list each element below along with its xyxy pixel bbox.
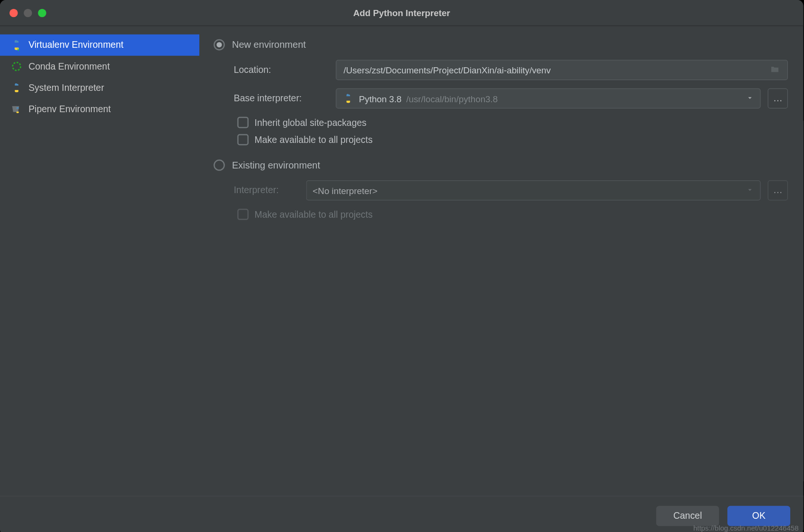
minimize-window-icon bbox=[24, 9, 32, 17]
checkbox-label: Inherit global site-packages bbox=[255, 117, 366, 128]
sidebar-item-label: System Interpreter bbox=[28, 82, 104, 93]
interpreter-dropdown: <No interpreter> bbox=[306, 180, 761, 201]
folder-open-icon[interactable] bbox=[769, 64, 780, 76]
checkbox-icon bbox=[237, 209, 249, 220]
sidebar-item-pipenv[interactable]: Pipenv Environment bbox=[0, 98, 199, 120]
checkbox-label: Make available to all projects bbox=[255, 209, 373, 220]
conda-icon bbox=[11, 61, 23, 72]
add-python-interpreter-dialog: Add Python Interpreter v Virtualenv Envi… bbox=[0, 0, 804, 532]
radio-icon[interactable] bbox=[214, 39, 225, 51]
svg-point-1 bbox=[13, 62, 21, 71]
python-virtualenv-icon: v bbox=[11, 39, 23, 51]
titlebar: Add Python Interpreter bbox=[0, 0, 804, 26]
ok-button[interactable]: OK bbox=[727, 505, 790, 526]
more-button: … bbox=[768, 180, 788, 201]
sidebar-item-virtualenv[interactable]: v Virtualenv Environment bbox=[0, 35, 199, 56]
sidebar-item-system[interactable]: System Interpreter bbox=[0, 77, 199, 98]
maximize-window-icon[interactable] bbox=[38, 9, 46, 17]
make-available-checkbox-row[interactable]: Make available to all projects bbox=[234, 134, 788, 145]
radio-label: New environment bbox=[232, 39, 306, 50]
base-interpreter-label: Base interpreter: bbox=[234, 93, 329, 104]
radio-existing-environment[interactable]: Existing environment bbox=[214, 160, 788, 171]
location-label: Location: bbox=[234, 65, 329, 76]
location-row: Location: /Users/zst/Documents/Project/D… bbox=[234, 60, 788, 80]
checkbox-icon[interactable] bbox=[237, 117, 249, 128]
cancel-button[interactable]: Cancel bbox=[656, 505, 719, 526]
sidebar-item-label: Virtualenv Environment bbox=[28, 40, 123, 51]
existing-make-available-checkbox-row: Make available to all projects bbox=[234, 209, 788, 220]
python-icon bbox=[342, 92, 354, 104]
location-input[interactable]: /Users/zst/Documents/Project/DianXin/ai-… bbox=[336, 60, 788, 80]
sidebar-item-label: Conda Environment bbox=[28, 61, 110, 72]
interpreter-row: Interpreter: <No interpreter> … bbox=[234, 180, 788, 201]
pipenv-icon bbox=[11, 103, 23, 115]
interpreter-label: Interpreter: bbox=[234, 185, 299, 196]
base-interpreter-path: /usr/local/bin/python3.8 bbox=[406, 93, 498, 103]
python-icon bbox=[11, 82, 23, 94]
sidebar-item-conda[interactable]: Conda Environment bbox=[0, 56, 199, 77]
location-value: /Users/zst/Documents/Project/DianXin/ai-… bbox=[343, 65, 765, 75]
base-interpreter-name: Python 3.8 bbox=[359, 93, 402, 103]
base-interpreter-dropdown[interactable]: Python 3.8 /usr/local/bin/python3.8 bbox=[336, 89, 760, 109]
chevron-down-icon bbox=[746, 93, 754, 103]
footer: Cancel OK bbox=[0, 496, 804, 532]
checkbox-label: Make available to all projects bbox=[255, 134, 373, 145]
close-window-icon[interactable] bbox=[9, 9, 18, 17]
checkbox-icon[interactable] bbox=[237, 134, 249, 145]
window-controls bbox=[9, 9, 46, 17]
chevron-down-icon bbox=[746, 186, 754, 195]
base-interpreter-row: Base interpreter: Python 3.8 /usr/local/… bbox=[234, 89, 788, 109]
dialog-body: v Virtualenv Environment Conda Environme… bbox=[0, 26, 804, 496]
new-env-fields: Location: /Users/zst/Documents/Project/D… bbox=[214, 60, 788, 145]
radio-new-environment[interactable]: New environment bbox=[214, 39, 788, 51]
main-panel: New environment Location: /Users/zst/Doc… bbox=[199, 26, 804, 496]
inherit-checkbox-row[interactable]: Inherit global site-packages bbox=[234, 117, 788, 128]
radio-icon[interactable] bbox=[214, 160, 225, 171]
existing-env-fields: Interpreter: <No interpreter> … Make ava… bbox=[214, 180, 788, 220]
sidebar-item-label: Pipenv Environment bbox=[28, 104, 111, 115]
window-title: Add Python Interpreter bbox=[0, 8, 804, 18]
radio-label: Existing environment bbox=[232, 160, 320, 171]
sidebar: v Virtualenv Environment Conda Environme… bbox=[0, 26, 199, 496]
interpreter-value: <No interpreter> bbox=[313, 186, 377, 195]
more-button[interactable]: … bbox=[768, 89, 788, 109]
svg-text:v: v bbox=[17, 47, 20, 51]
